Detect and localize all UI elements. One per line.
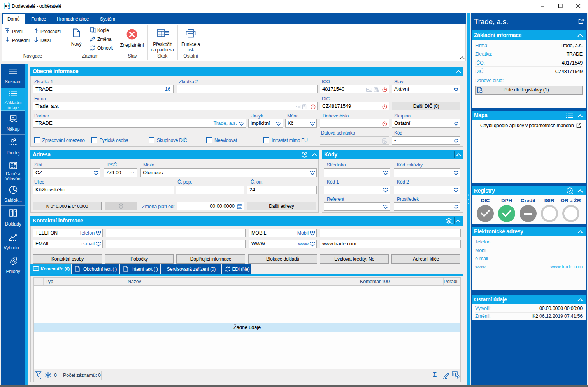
svg-text:K2: K2 bbox=[5, 4, 10, 8]
